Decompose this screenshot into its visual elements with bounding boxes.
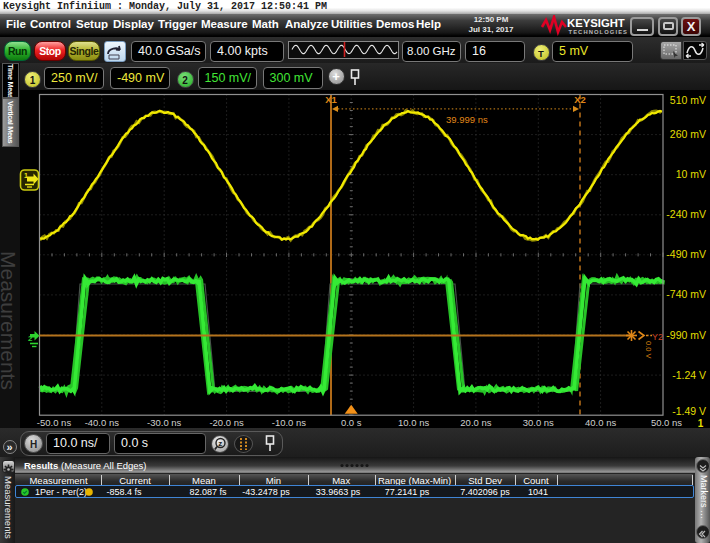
svg-text:X2: X2 — [574, 94, 586, 105]
svg-text:-490 mV: -490 mV — [666, 248, 706, 260]
svg-text:z: z — [218, 439, 222, 448]
svg-text:0.0 V: 0.0 V — [644, 341, 653, 359]
svg-text:-1.49 V: -1.49 V — [672, 405, 706, 417]
svg-text:-20.0 ns: -20.0 ns — [209, 417, 244, 428]
svg-text:50.0 ns: 50.0 ns — [651, 417, 682, 428]
svg-text:260 mV: 260 mV — [670, 128, 706, 140]
svg-text:2: 2 — [28, 334, 33, 343]
svg-text:-50.0 ns: -50.0 ns — [37, 417, 72, 428]
svg-text:X1: X1 — [325, 94, 337, 105]
svg-text:510 mV: 510 mV — [670, 94, 706, 106]
svg-text:-240 mV: -240 mV — [666, 208, 706, 220]
svg-text:10 mV: 10 mV — [676, 168, 706, 180]
svg-text:Y2: Y2 — [652, 332, 663, 342]
svg-text:20.0 ns: 20.0 ns — [460, 417, 491, 428]
svg-text:-740 mV: -740 mV — [666, 288, 706, 300]
svg-text:-990 mV: -990 mV — [666, 329, 706, 341]
svg-text:0.0 s: 0.0 s — [341, 417, 362, 428]
svg-text:-10.0 ns: -10.0 ns — [272, 417, 307, 428]
svg-text:-30.0 ns: -30.0 ns — [147, 417, 182, 428]
svg-text:40.0 ns: 40.0 ns — [585, 417, 616, 428]
svg-text:-40.0 ns: -40.0 ns — [85, 417, 120, 428]
svg-text:10.0 ns: 10.0 ns — [398, 417, 429, 428]
svg-text:-1.24 V: -1.24 V — [672, 369, 706, 381]
svg-text:1: 1 — [24, 172, 28, 179]
svg-text:30.0 ns: 30.0 ns — [523, 417, 554, 428]
svg-text:39.999 ns: 39.999 ns — [446, 114, 488, 125]
